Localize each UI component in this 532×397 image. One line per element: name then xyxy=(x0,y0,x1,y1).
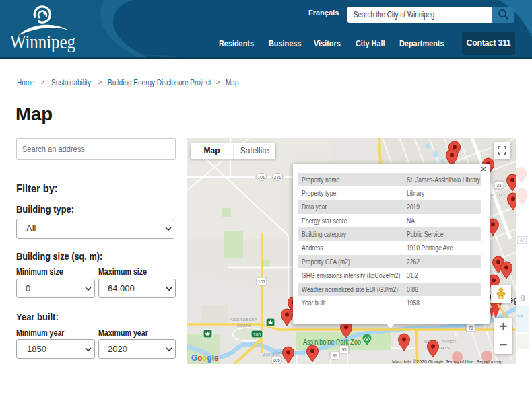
svg-text:100: 100 xyxy=(253,332,261,337)
svg-text:101: 101 xyxy=(258,279,265,284)
svg-text:96: 96 xyxy=(332,353,337,358)
svg-text:101: 101 xyxy=(258,175,265,180)
svg-text:95: 95 xyxy=(341,347,347,352)
svg-text:70: 70 xyxy=(468,326,473,330)
svg-text:23: 23 xyxy=(496,183,502,188)
svg-text:N CITY: N CITY xyxy=(491,193,506,197)
svg-text:g: g xyxy=(520,291,525,301)
svg-text:Assiniboine Park Zoo: Assiniboine Park Zoo xyxy=(303,338,361,346)
svg-text:Winnipeg: Winnipeg xyxy=(10,31,75,52)
svg-text:ASSINIBOIA: ASSINIBOIA xyxy=(230,318,257,322)
svg-text:221: 221 xyxy=(274,175,281,180)
svg-text:DOWNS: DOWNS xyxy=(237,324,251,328)
svg-text:105: 105 xyxy=(273,358,280,363)
svg-text:42: 42 xyxy=(519,238,525,242)
svg-text:CE: CE xyxy=(517,313,524,318)
